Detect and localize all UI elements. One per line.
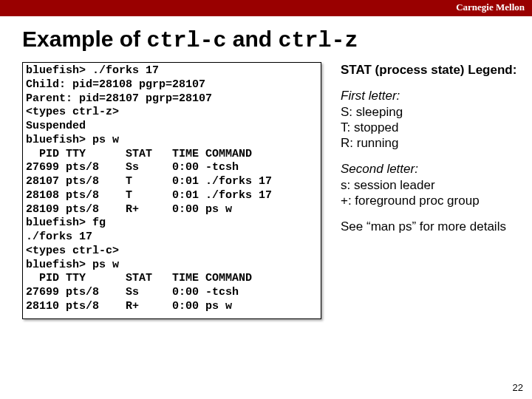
brand-bar: Carnegie Mellon <box>0 0 532 16</box>
legend-first-s: S: sleeping <box>341 104 516 120</box>
title-code-1: ctrl-c <box>146 28 226 53</box>
legend-header: STAT (process state) Legend: <box>341 62 516 78</box>
legend-second-plus: +: foreground proc group <box>341 193 516 208</box>
title-text-mid: and <box>226 27 278 51</box>
brand-text: Carnegie Mellon <box>456 1 525 13</box>
title-text-pre: Example of <box>22 27 146 51</box>
legend-second-s: s: session leader <box>341 177 516 193</box>
title-code-2: ctrl-z <box>278 28 358 53</box>
slide-title: Example of ctrl-c and ctrl-z <box>0 16 532 62</box>
legend-first-r: R: running <box>341 135 516 151</box>
legend-first-label: First letter: <box>341 88 516 103</box>
legend-second-label: Second letter: <box>341 161 516 177</box>
page-number: 22 <box>513 382 523 393</box>
legend-first-letter: First letter: S: sleeping T: stopped R: … <box>341 88 516 151</box>
terminal-output: bluefish> ./forks 17 Child: pid=28108 pg… <box>22 62 321 319</box>
legend-second-letter: Second letter: s: session leader +: fore… <box>341 161 516 208</box>
content-row: bluefish> ./forks 17 Child: pid=28108 pg… <box>0 62 532 319</box>
legend-panel: STAT (process state) Legend: First lette… <box>321 62 516 319</box>
legend-see-more: See “man ps” for more details <box>341 219 516 234</box>
legend-first-t: T: stopped <box>341 120 516 135</box>
